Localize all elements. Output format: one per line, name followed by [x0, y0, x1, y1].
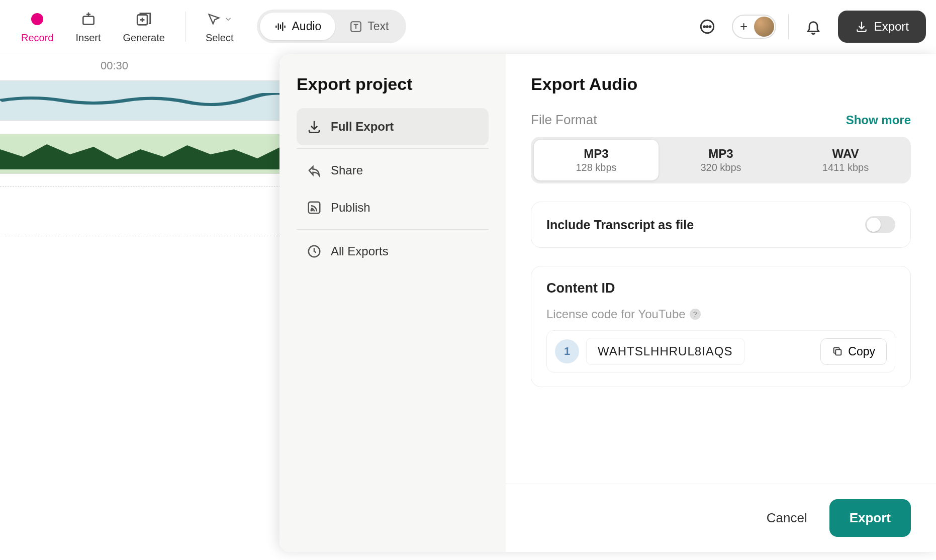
- format-name: WAV: [832, 147, 859, 161]
- user-avatar: [754, 17, 774, 37]
- record-button[interactable]: Record: [10, 9, 64, 44]
- nav-all-exports[interactable]: All Exports: [297, 233, 489, 270]
- export-panel-title: Export project: [297, 74, 489, 94]
- history-icon: [307, 244, 322, 259]
- generate-label: Generate: [123, 32, 165, 44]
- nav-separator: [297, 229, 489, 230]
- toolbar-right-divider: [788, 14, 789, 39]
- select-button[interactable]: Select: [195, 9, 245, 44]
- chat-button[interactable]: [695, 14, 720, 39]
- record-label: Record: [21, 32, 53, 44]
- download-icon: [307, 119, 322, 134]
- format-mp3-320[interactable]: MP3 320 kbps: [659, 140, 783, 180]
- content-id-title: Content ID: [546, 281, 895, 296]
- text-icon: [349, 20, 362, 33]
- svg-point-0: [31, 13, 43, 25]
- format-mp3-128[interactable]: MP3 128 kbps: [534, 140, 659, 180]
- panel-footer: Cancel Export: [506, 484, 936, 552]
- help-icon[interactable]: ?: [690, 309, 701, 320]
- copy-button[interactable]: Copy: [820, 338, 887, 365]
- svg-rect-19: [309, 202, 320, 214]
- svg-point-20: [311, 210, 313, 211]
- export-button-label: Export: [874, 20, 909, 34]
- text-mode-label: Text: [367, 20, 389, 33]
- record-icon: [30, 12, 44, 26]
- text-mode-button[interactable]: Text: [335, 13, 403, 40]
- file-format-selector: MP3 128 kbps MP3 320 kbps WAV 1411 kbps: [531, 137, 911, 183]
- mode-toggle: Audio Text: [257, 10, 406, 43]
- license-index-badge: 1: [555, 339, 579, 363]
- download-icon: [855, 20, 868, 33]
- license-code: WAHTSLHHRUL8IAQS: [586, 338, 744, 365]
- svg-point-18: [709, 26, 711, 27]
- publish-icon: [307, 200, 322, 215]
- export-button[interactable]: Export: [838, 11, 926, 43]
- include-transcript-label: Include Transcript as file: [546, 218, 694, 232]
- format-name: MP3: [584, 147, 608, 161]
- nav-full-export-label: Full Export: [331, 120, 394, 134]
- insert-label: Insert: [75, 32, 101, 44]
- copy-icon: [832, 346, 843, 357]
- format-rate: 128 kbps: [576, 162, 616, 173]
- audio-mode-label: Audio: [292, 20, 322, 33]
- bell-icon: [805, 19, 821, 35]
- generate-button[interactable]: Generate: [112, 9, 176, 44]
- nav-all-exports-label: All Exports: [331, 244, 389, 258]
- toggle-knob: [867, 218, 881, 232]
- license-row: 1 WAHTSLHHRUL8IAQS Copy: [546, 330, 895, 372]
- svg-point-16: [704, 26, 705, 27]
- include-transcript-toggle[interactable]: [865, 216, 895, 233]
- license-label-text: License code for YouTube: [546, 307, 686, 321]
- insert-icon: [80, 11, 97, 27]
- export-panel: Export project Full Export Share Publish…: [279, 54, 936, 552]
- toolbar-divider: [185, 12, 185, 42]
- format-rate: 1411 kbps: [822, 162, 869, 173]
- share-icon: [307, 163, 322, 178]
- show-more-button[interactable]: Show more: [846, 113, 911, 127]
- export-confirm-button[interactable]: Export: [829, 499, 911, 537]
- time-mark: 00:30: [101, 59, 128, 72]
- license-label: License code for YouTube ?: [546, 307, 895, 321]
- chat-icon: [699, 18, 716, 35]
- cancel-button[interactable]: Cancel: [760, 501, 814, 535]
- format-rate: 320 kbps: [700, 162, 741, 173]
- nav-share-label: Share: [331, 163, 363, 177]
- copy-button-label: Copy: [848, 345, 875, 358]
- nav-separator: [297, 148, 489, 149]
- file-format-header: File Format Show more: [531, 112, 911, 128]
- format-wav[interactable]: WAV 1411 kbps: [783, 140, 908, 180]
- audio-waveform-icon: [274, 20, 287, 33]
- include-transcript-card: Include Transcript as file: [531, 202, 911, 248]
- chevron-down-icon: [224, 15, 233, 24]
- insert-button[interactable]: Insert: [64, 9, 112, 44]
- cursor-icon: [207, 11, 221, 27]
- format-name: MP3: [708, 147, 733, 161]
- content-id-card: Content ID License code for YouTube ? 1 …: [531, 266, 911, 387]
- notifications-button[interactable]: [801, 14, 826, 39]
- svg-rect-22: [836, 349, 841, 355]
- top-toolbar: Record Insert Generate Select Audio Text: [0, 0, 936, 53]
- nav-share[interactable]: Share: [297, 152, 489, 189]
- nav-publish[interactable]: Publish: [297, 189, 489, 226]
- export-panel-content: Export Audio File Format Show more MP3 1…: [506, 54, 936, 552]
- toolbar-right: + Export: [695, 11, 926, 43]
- svg-rect-1: [83, 17, 93, 25]
- nav-publish-label: Publish: [331, 201, 370, 215]
- collaborators[interactable]: +: [732, 15, 776, 39]
- audio-mode-button[interactable]: Audio: [260, 13, 336, 40]
- file-format-label: File Format: [531, 112, 597, 128]
- export-audio-title: Export Audio: [531, 74, 911, 94]
- nav-full-export[interactable]: Full Export: [297, 108, 489, 145]
- svg-point-17: [706, 26, 708, 27]
- add-collaborator-icon: +: [734, 17, 754, 37]
- generate-icon: [135, 11, 152, 28]
- export-panel-sidebar: Export project Full Export Share Publish…: [279, 54, 506, 552]
- select-label: Select: [206, 32, 234, 44]
